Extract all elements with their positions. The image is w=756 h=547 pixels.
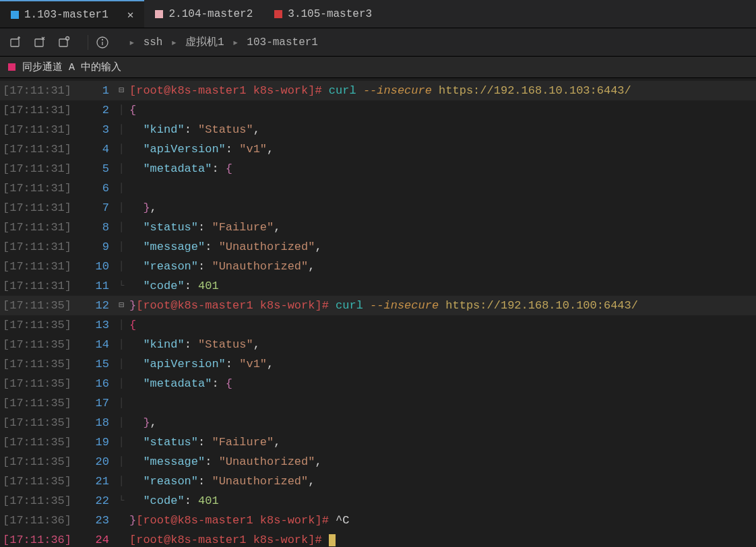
timestamp: [17:11:35] — [0, 335, 80, 354]
tab-103-master1[interactable]: 1.103-master1 ✕ — [0, 0, 144, 28]
cursor-icon — [329, 534, 336, 546]
line-number: 17 — [80, 393, 113, 413]
code-line: "reason": "Unauthorized", — [129, 472, 756, 491]
fold-gutter: │ — [113, 413, 129, 432]
timestamp: [17:11:35] — [0, 452, 80, 472]
fold-gutter: │ — [113, 374, 129, 393]
fold-gutter — [113, 511, 129, 530]
timestamp: [17:11:35] — [0, 413, 80, 432]
crumb-vm[interactable]: 虚拟机1 — [185, 35, 224, 49]
fold-gutter: │ — [113, 237, 129, 257]
svg-rect-3 — [35, 39, 43, 46]
line-number: 20 — [80, 452, 113, 472]
code-line: [root@k8s-master1 k8s-work]# curl --inse… — [129, 81, 756, 100]
close-tab-icon[interactable] — [32, 35, 47, 50]
toolbar: ▸ ssh ▸ 虚拟机1 ▸ 103-master1 — [0, 28, 756, 57]
code-line: "metadata": { — [129, 159, 756, 179]
fold-gutter: │ — [113, 472, 129, 491]
fold-gutter: └ — [113, 491, 129, 511]
tab-label: 2.104-master2 — [168, 8, 253, 20]
timestamp: [17:11:31] — [0, 120, 80, 139]
line-number: 3 — [80, 120, 113, 139]
timestamp: [17:11:31] — [0, 159, 80, 179]
timestamp: [17:11:31] — [0, 139, 80, 159]
fold-gutter: │ — [113, 452, 129, 472]
line-number: 7 — [80, 198, 113, 218]
line-number: 9 — [80, 237, 113, 257]
line-number: 1 — [80, 81, 113, 100]
fold-gutter: │ — [113, 432, 129, 452]
timestamp: [17:11:31] — [0, 179, 80, 198]
new-tab-icon[interactable] — [8, 35, 23, 50]
divider — [88, 35, 88, 50]
timestamp: [17:11:31] — [0, 198, 80, 218]
chevron-right-icon: ▸ — [129, 36, 135, 49]
timestamp: [17:11:35] — [0, 491, 80, 511]
line-number: 14 — [80, 335, 113, 354]
code-line: "status": "Failure", — [129, 432, 756, 452]
fold-icon[interactable]: ⊟ — [113, 81, 129, 100]
tab-105-master3[interactable]: 3.105-master3 — [263, 0, 383, 28]
code-line[interactable]: [root@k8s-master1 k8s-work]# — [129, 530, 756, 547]
crumb-ssh[interactable]: ssh — [144, 36, 163, 49]
tab-indicator-icon — [11, 11, 19, 19]
code-line: "apiVersion": "v1", — [129, 354, 756, 374]
line-number: 16 — [80, 374, 113, 393]
tab-indicator-icon — [155, 10, 163, 18]
timestamp: [17:11:35] — [0, 315, 80, 335]
timestamp: [17:11:31] — [0, 100, 80, 120]
timestamp: [17:11:36] — [0, 530, 80, 547]
timestamp: [17:11:31] — [0, 81, 80, 100]
line-number: 18 — [80, 413, 113, 432]
code-line: "message": "Unauthorized", — [129, 237, 756, 257]
line-number: 13 — [80, 315, 113, 335]
line-number: 15 — [80, 354, 113, 374]
duplicate-tab-icon[interactable] — [57, 35, 71, 50]
line-number: 11 — [80, 276, 113, 296]
fold-gutter: └ — [113, 276, 129, 296]
fold-gutter: │ — [113, 257, 129, 276]
line-number: 5 — [80, 159, 113, 179]
svg-point-10 — [102, 39, 103, 40]
fold-gutter: │ — [113, 354, 129, 374]
code-line: "reason": "Unauthorized", — [129, 257, 756, 276]
close-icon[interactable]: ✕ — [127, 8, 134, 22]
tab-label: 3.105-master3 — [288, 8, 372, 20]
sync-indicator-icon — [8, 63, 15, 71]
fold-gutter: │ — [113, 159, 129, 179]
line-number: 19 — [80, 432, 113, 452]
line-number: 12 — [80, 296, 113, 315]
fold-gutter: │ — [113, 335, 129, 354]
terminal-output[interactable]: [17:11:31]1⊟[root@k8s-master1 k8s-work]#… — [0, 78, 756, 547]
line-number: 23 — [80, 511, 113, 530]
code-line: "kind": "Status", — [129, 120, 756, 139]
fold-gutter: │ — [113, 198, 129, 218]
info-icon[interactable] — [95, 35, 110, 50]
line-number: 24 — [80, 530, 113, 547]
timestamp: [17:11:35] — [0, 472, 80, 491]
fold-gutter: │ — [113, 100, 129, 120]
code-line: "code": 401 — [129, 491, 756, 511]
sync-label: 同步通道 A 中的输入 — [22, 61, 121, 73]
tab-104-master2[interactable]: 2.104-master2 — [144, 0, 263, 28]
code-line: "message": "Unauthorized", — [129, 452, 756, 472]
fold-icon[interactable]: ⊟ — [113, 296, 129, 315]
svg-rect-6 — [59, 39, 67, 46]
crumb-host[interactable]: 103-master1 — [247, 36, 318, 49]
line-number: 2 — [80, 100, 113, 120]
code-line: "apiVersion": "v1", — [129, 139, 756, 159]
code-line: }[root@k8s-master1 k8s-work]# curl --ins… — [129, 296, 756, 315]
code-line — [129, 393, 756, 413]
fold-gutter: │ — [113, 315, 129, 335]
line-number: 8 — [80, 218, 113, 237]
breadcrumb: ▸ ssh ▸ 虚拟机1 ▸ 103-master1 — [129, 35, 318, 49]
line-number: 10 — [80, 257, 113, 276]
code-line: "kind": "Status", — [129, 335, 756, 354]
code-line: }[root@k8s-master1 k8s-work]# ^C — [129, 511, 756, 530]
timestamp: [17:11:35] — [0, 432, 80, 452]
code-line: }, — [129, 198, 756, 218]
code-line: { — [129, 100, 756, 120]
timestamp: [17:11:31] — [0, 237, 80, 257]
code-line — [129, 179, 756, 198]
timestamp: [17:11:31] — [0, 257, 80, 276]
